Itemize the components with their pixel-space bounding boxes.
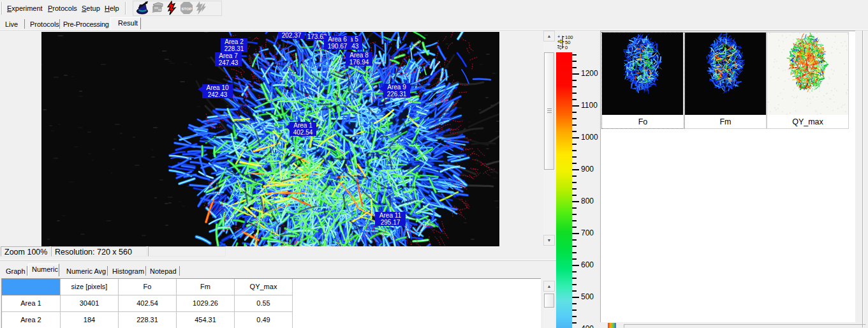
svg-text:+: + xyxy=(557,34,561,40)
svg-text:STOP: STOP xyxy=(181,6,192,11)
svg-text:0: 0 xyxy=(565,45,568,50)
